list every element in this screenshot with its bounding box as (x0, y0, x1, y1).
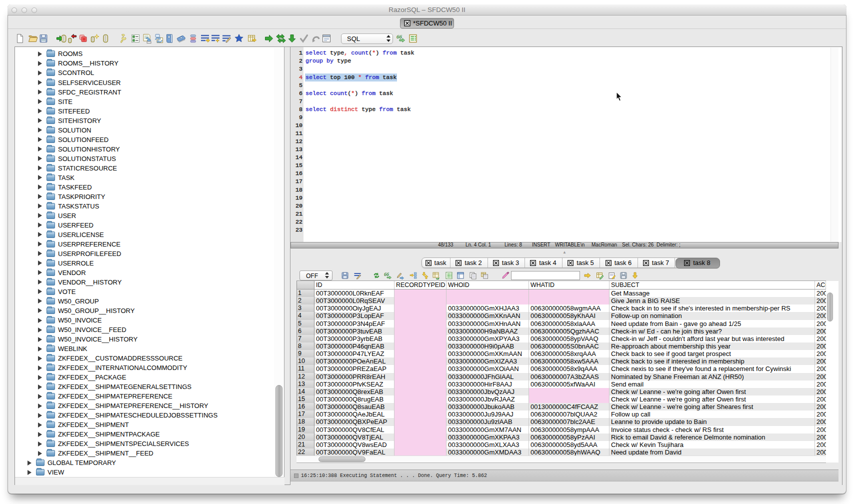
svg-text:66: 66 (396, 34, 402, 40)
svg-text:66: 66 (384, 272, 389, 277)
